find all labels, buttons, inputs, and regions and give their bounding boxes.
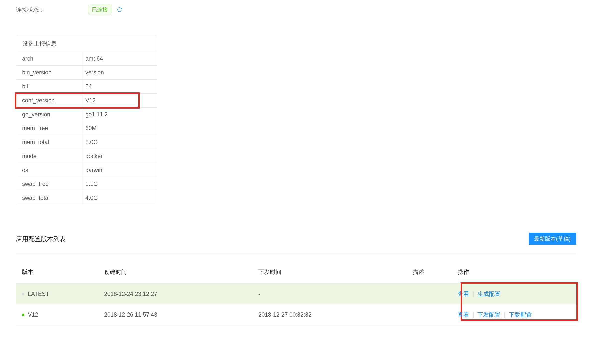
info-row-bin_version: bin_versionversion (16, 66, 157, 80)
info-value: darwin (82, 163, 157, 177)
published-cell: 2018-12-27 00:32:32 (258, 311, 413, 318)
connection-status-row: 连接状态： 已连接 (16, 5, 576, 14)
device-info-table: 设备上报信息 archamd64bin_versionversionbit64c… (16, 36, 157, 205)
versions-section-header: 应用配置版本列表 最新版本(草稿) (16, 233, 576, 245)
info-value: version (82, 66, 157, 79)
op-link[interactable]: 查看 (458, 311, 469, 319)
refresh-icon[interactable] (117, 7, 122, 12)
info-key: mode (16, 149, 82, 163)
op-link[interactable]: 查看 (458, 290, 469, 298)
info-row-mem_total: mem_total8.0G (16, 135, 157, 149)
version-row: V122018-12-26 11:57:432018-12-27 00:32:3… (16, 304, 576, 325)
created-cell: 2018-12-26 11:57:43 (104, 311, 258, 318)
info-key: conf_version (16, 94, 82, 107)
created-cell: 2018-12-24 23:12:27 (104, 291, 258, 297)
info-row-conf_version: conf_versionV12 (16, 94, 157, 108)
info-key: go_version (16, 108, 82, 121)
op-link[interactable]: 下发配置 (477, 311, 500, 319)
op-separator: | (473, 291, 474, 297)
latest-draft-button[interactable]: 最新版本(草稿) (529, 233, 576, 245)
section-divider (16, 254, 576, 254)
info-row-bit: bit64 (16, 80, 157, 94)
info-value: amd64 (82, 52, 157, 65)
op-separator: | (504, 311, 505, 318)
info-key: swap_total (16, 191, 82, 205)
info-key: mem_total (16, 135, 82, 149)
version-name: V12 (28, 311, 38, 318)
info-value: docker (82, 149, 157, 163)
connection-status-label: 连接状态： (16, 6, 88, 14)
connection-status-badge: 已连接 (88, 5, 111, 14)
info-value: V12 (82, 94, 157, 107)
info-value: 1.1G (82, 177, 157, 191)
col-desc: 描述 (413, 268, 458, 276)
status-dot-icon (22, 314, 24, 316)
version-name: LATEST (28, 291, 49, 297)
col-created: 创建时间 (104, 268, 258, 276)
status-dot-icon (22, 293, 24, 295)
published-cell: - (258, 291, 413, 297)
version-cell: V12 (22, 311, 104, 318)
col-ops: 操作 (458, 268, 570, 276)
info-value: go1.11.2 (82, 108, 157, 121)
col-version: 版本 (22, 268, 104, 276)
ops-cell: 查看|下发配置|下载配置 (458, 311, 570, 319)
info-row-mode: modedocker (16, 149, 157, 163)
info-key: bit (16, 80, 82, 93)
versions-section-title: 应用配置版本列表 (16, 235, 66, 243)
info-row-mem_free: mem_free60M (16, 121, 157, 135)
info-row-go_version: go_versiongo1.11.2 (16, 108, 157, 121)
op-separator: | (473, 311, 474, 318)
version-row: LATEST2018-12-24 23:12:27-查看|生成配置 (16, 284, 576, 304)
info-key: os (16, 163, 82, 177)
op-link[interactable]: 下载配置 (509, 311, 532, 319)
info-key: arch (16, 52, 82, 65)
info-key: swap_free (16, 177, 82, 191)
info-value: 8.0G (82, 135, 157, 149)
col-published: 下发时间 (258, 268, 413, 276)
info-row-swap_total: swap_total4.0G (16, 191, 157, 205)
info-key: bin_version (16, 66, 82, 79)
info-row-os: osdarwin (16, 163, 157, 177)
ops-cell: 查看|生成配置 (458, 290, 570, 298)
version-cell: LATEST (22, 291, 104, 297)
versions-table: 版本 创建时间 下发时间 描述 操作 LATEST2018-12-24 23:1… (16, 265, 576, 325)
info-value: 64 (82, 80, 157, 93)
versions-table-header: 版本 创建时间 下发时间 描述 操作 (16, 265, 576, 284)
info-value: 60M (82, 121, 157, 135)
info-key: mem_free (16, 121, 82, 135)
device-info-title: 设备上报信息 (16, 36, 157, 52)
info-value: 4.0G (82, 191, 157, 205)
info-row-arch: archamd64 (16, 52, 157, 66)
info-row-swap_free: swap_free1.1G (16, 177, 157, 191)
op-link[interactable]: 生成配置 (477, 290, 500, 298)
